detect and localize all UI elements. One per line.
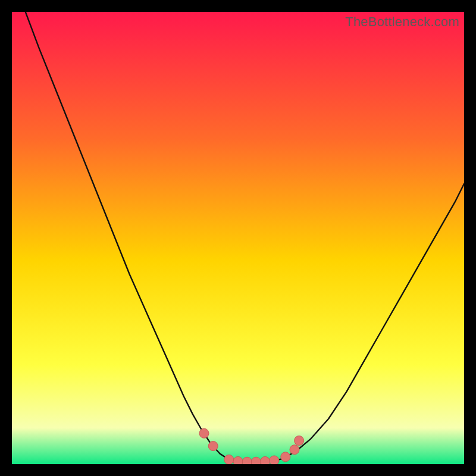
data-point bbox=[295, 436, 304, 446]
chart-frame: TheBottleneck.com bbox=[12, 12, 464, 464]
data-point bbox=[281, 452, 290, 462]
data-point bbox=[270, 456, 279, 464]
data-point bbox=[233, 456, 243, 464]
watermark-text: TheBottleneck.com bbox=[345, 14, 459, 30]
data-point bbox=[224, 455, 234, 464]
data-point bbox=[251, 457, 261, 464]
gradient-background bbox=[12, 12, 464, 464]
data-point bbox=[242, 457, 252, 464]
data-point bbox=[208, 441, 218, 451]
data-point bbox=[261, 456, 270, 464]
data-point bbox=[290, 445, 299, 455]
bottleneck-chart bbox=[12, 12, 464, 464]
data-point bbox=[199, 428, 209, 438]
